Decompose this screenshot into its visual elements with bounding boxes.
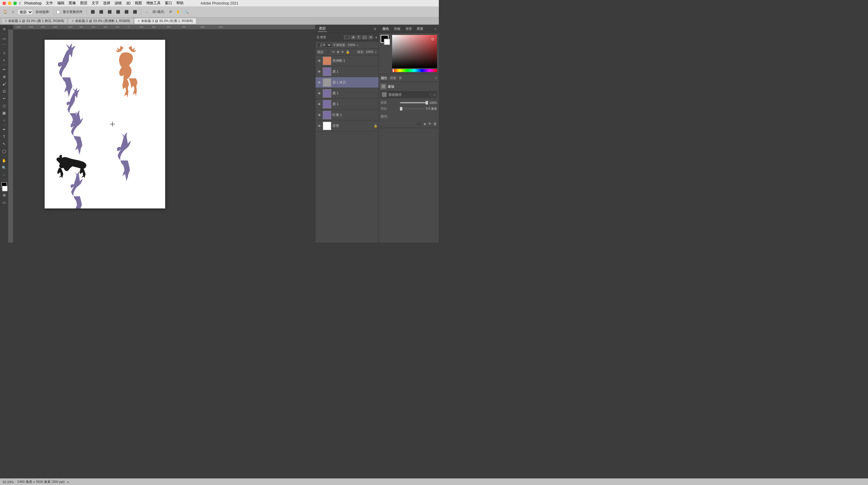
filter-toggle[interactable]: ● <box>375 35 377 39</box>
pen-tool[interactable]: ✒ <box>1 126 7 133</box>
layer-row-deer1[interactable]: 👁 鹿 1 <box>315 66 378 77</box>
mask-action-3[interactable]: 👁 <box>428 122 432 126</box>
align-right[interactable]: ⬛ <box>106 9 113 14</box>
layer-vis-1[interactable]: 👁 <box>317 69 321 74</box>
layer-vis-0[interactable]: 👁 <box>317 59 321 63</box>
layer-row-deer-copy[interactable]: 👁 鹿 1 拷贝 <box>315 77 378 88</box>
filter-type[interactable]: T <box>356 35 361 39</box>
align-top[interactable]: ⬛ <box>115 9 122 14</box>
filter-adj[interactable]: ⊕ <box>351 35 355 39</box>
menu-photoshop[interactable]: Photoshop <box>24 1 41 5</box>
shape-tool[interactable]: ◯ <box>1 148 7 155</box>
layer-row-meizhobao[interactable]: 👁 美洲豹 1 <box>315 56 378 66</box>
magic-wand-tool[interactable]: ⊹ <box>1 50 7 56</box>
tab-doc3[interactable]: ✕ 未标题-3 @ 33.3% (牡鹿 1, RGB/8) <box>134 18 196 24</box>
canvas-area[interactable]: 1800 1600 1400 1200 1000 800 600 400 200… <box>8 25 315 243</box>
tab-properties[interactable]: 颜色 <box>381 26 390 32</box>
move-tool[interactable]: ⊹ <box>10 9 16 14</box>
hue-slider[interactable] <box>392 69 437 72</box>
lock-pixel[interactable]: ⬛ <box>326 50 330 54</box>
layer-vis-2[interactable]: 👁 <box>317 80 321 85</box>
tab-doc2[interactable]: ✕ 未标题-2 @ 33.3% (美洲豹 1, RGB/8) <box>68 18 133 24</box>
align-center-h[interactable]: ⬛ <box>98 9 105 14</box>
layer-row-background[interactable]: 👁 背景 🔒 <box>315 121 378 131</box>
lock-artboard[interactable]: ⊕ <box>337 50 339 54</box>
dodge-tool[interactable]: ○ <box>1 117 7 124</box>
background-color[interactable] <box>2 186 7 191</box>
filter-shape[interactable]: ◯ <box>362 35 367 39</box>
props-tab-lib[interactable]: 库 <box>399 76 402 80</box>
panel-tab-layers[interactable]: 图层 <box>318 26 327 32</box>
menu-layer[interactable]: 图层 <box>80 1 87 6</box>
mask-btn-2[interactable]: ◻ <box>433 93 436 96</box>
mask-action-1[interactable]: ⬛ <box>417 122 422 126</box>
layer-vis-6[interactable]: 👁 <box>317 124 321 128</box>
fill-arrow[interactable]: ▸ <box>375 50 377 54</box>
minimize-button[interactable] <box>8 1 11 5</box>
show-transform-checkbox[interactable] <box>56 10 60 14</box>
mask-action-2[interactable]: ◈ <box>424 122 426 126</box>
menu-select[interactable]: 选择 <box>103 1 110 6</box>
auto-select-dropdown[interactable]: 图层 <box>17 9 33 15</box>
tab-doc1[interactable]: ✕ 未标题-1 @ 33.3% (鹿 1 拷贝, RGB/8) <box>1 18 67 24</box>
3d-rotate[interactable]: ↺ <box>167 9 173 14</box>
eraser-tool[interactable]: ◻ <box>1 102 7 109</box>
lock-position[interactable]: ✛ <box>341 50 344 54</box>
props-tab-attrs[interactable]: 属性 <box>381 76 387 80</box>
crop-tool[interactable]: ⌖ <box>1 57 7 64</box>
tab3-close[interactable]: ✕ <box>137 19 140 23</box>
opacity-arrow[interactable]: ▸ <box>357 43 359 47</box>
document-canvas[interactable] <box>44 40 165 208</box>
layer-vis-4[interactable]: 👁 <box>317 102 321 107</box>
bg-color-swatch[interactable] <box>384 38 390 45</box>
align-left[interactable]: ⬛ <box>89 9 96 14</box>
tab-patterns[interactable]: 图案 <box>415 26 425 32</box>
right-panel-menu[interactable]: ≡ <box>434 27 436 31</box>
gradient-tool[interactable]: ▦ <box>1 110 7 116</box>
menu-type[interactable]: 文字 <box>92 1 99 6</box>
mask-btn-1[interactable]: ⬛ <box>429 93 433 96</box>
layer-vis-5[interactable]: 👁 <box>317 113 321 118</box>
marquee-tool[interactable]: ▭ <box>1 35 7 42</box>
tab-gradients[interactable]: 渐变 <box>404 26 413 32</box>
mask-action-4[interactable]: 🗑 <box>433 122 437 126</box>
panel-menu-button[interactable]: ≡ <box>374 27 376 31</box>
home-button[interactable]: 🏠 <box>2 9 9 14</box>
more-options[interactable]: ··· <box>144 10 150 14</box>
layer-row-buck[interactable]: 👁 牡鹿 1 <box>315 110 378 121</box>
history-brush[interactable]: ↩ <box>1 95 7 102</box>
tab1-close[interactable]: ✕ <box>4 19 7 23</box>
filter-pixel[interactable]: ⬛ <box>344 35 350 39</box>
props-menu[interactable]: ≡ <box>435 76 437 80</box>
stamp-tool[interactable]: ⊡ <box>1 88 7 95</box>
props-tab-adj[interactable]: 调整 <box>390 76 396 80</box>
layer-row-deer3[interactable]: 👁 鹿 1 <box>315 88 378 99</box>
menu-3d[interactable]: 3D <box>126 1 130 5</box>
heal-tool[interactable]: ⊕ <box>1 73 7 80</box>
tab2-close[interactable]: ✕ <box>71 19 74 23</box>
close-button[interactable] <box>2 1 6 5</box>
eyedropper-tool[interactable]: ✏ <box>1 66 7 73</box>
lock-draw[interactable]: ✏ <box>332 50 335 54</box>
3d-pan[interactable]: ✋ <box>175 9 182 14</box>
menu-file[interactable]: 文件 <box>46 1 53 6</box>
move-tool-btn[interactable]: ✛ <box>1 26 7 33</box>
zoom-tool[interactable]: 🔍 <box>1 164 7 171</box>
3d-zoom[interactable]: 🔍 <box>183 9 190 14</box>
align-bottom[interactable]: ⬛ <box>131 9 138 14</box>
blend-mode-select[interactable]: 正常 <box>317 42 332 47</box>
density-handle[interactable] <box>426 101 428 104</box>
menu-plugins[interactable]: 增效工具 <box>146 1 161 6</box>
text-tool[interactable]: T <box>1 133 7 140</box>
menu-filter[interactable]: 滤镜 <box>115 1 122 6</box>
layer-row-deer4[interactable]: 👁 鹿 1 <box>315 99 378 110</box>
lasso-tool[interactable]: ⌒ <box>1 42 7 49</box>
menu-help[interactable]: 帮助 <box>176 1 184 6</box>
lock-all[interactable]: 🔒 <box>346 50 350 54</box>
tab-swatches[interactable]: 色板 <box>393 26 402 32</box>
color-gradient-picker[interactable] <box>392 35 437 68</box>
hand-tool[interactable]: ✋ <box>1 157 7 164</box>
menu-window[interactable]: 窗口 <box>165 1 172 6</box>
align-center-v[interactable]: ⬛ <box>123 9 130 14</box>
more-tools[interactable]: ··· <box>1 172 7 178</box>
